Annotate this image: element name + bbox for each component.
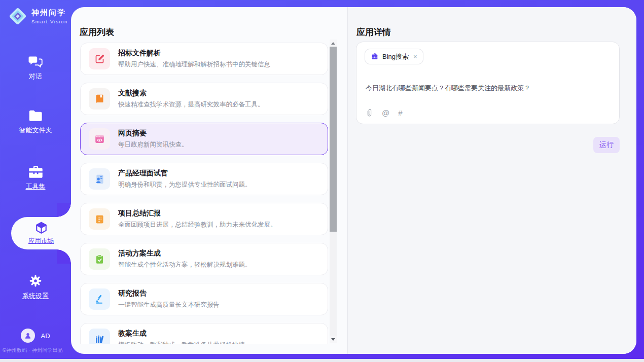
app-icon-tile xyxy=(89,288,110,310)
active-tab-notch-bottom xyxy=(57,249,71,264)
folder-icon xyxy=(28,110,43,122)
sidebar-item-label: 系统设置 xyxy=(22,292,49,301)
arrow-up-icon xyxy=(331,42,335,45)
brand-name: 神州问学 xyxy=(31,8,68,18)
mention-icon[interactable]: @ xyxy=(382,108,389,117)
app-card-activity-plan[interactable]: 活动方案生成 智能生成个性化活动方案，轻松解决规划难题。 xyxy=(80,243,328,275)
copyright-text: ©神州数码 · 神州问学出品 xyxy=(3,347,71,354)
person-icon xyxy=(23,331,32,340)
attachment-icon[interactable] xyxy=(366,108,373,117)
sidebar-item-chat[interactable]: 对话 xyxy=(0,55,71,81)
sidebar-item-toolset[interactable]: 工具集 xyxy=(0,165,71,191)
chat-icon xyxy=(28,55,43,68)
sidebar-item-label: 对话 xyxy=(29,72,42,81)
scrollbar-down-button[interactable] xyxy=(330,336,337,343)
sidebar-item-label: 应用市场 xyxy=(28,237,54,245)
app-desc: 每日政府新闻资讯快查。 xyxy=(118,140,188,149)
app-card-lesson-plan[interactable]: 教案生成 模板驱动，教案秒成，教学准备从此轻松快捷 xyxy=(80,323,328,344)
active-tab-notch-top xyxy=(57,203,71,217)
app-desc: 快速精准查找学术资源，提高研究效率的必备工具。 xyxy=(118,100,264,109)
app-desc: 一键智能生成高质量长文本研究报告 xyxy=(118,301,220,309)
app-icon-tile xyxy=(89,329,110,344)
briefcase-icon xyxy=(371,53,379,61)
app-name: 招标文件解析 xyxy=(118,49,270,58)
query-text[interactable]: 今日湖北有哪些新闻要点？有哪些需要关注的最新政策？ xyxy=(366,84,609,93)
app-icon-tile xyxy=(89,248,110,270)
app-icon-tile xyxy=(89,208,110,230)
sidebar-item-smart-folder[interactable]: 智能文件夹 xyxy=(0,110,71,135)
app-card-literature-search[interactable]: 文献搜索 快速精准查找学术资源，提高研究效率的必备工具。 xyxy=(80,83,328,115)
books-icon xyxy=(94,334,105,344)
topic-icon[interactable]: # xyxy=(398,108,402,117)
tool-chip-label: Bing搜索 xyxy=(382,52,409,61)
app-desc: 模板驱动，教案秒成，教学准备从此轻松快捷 xyxy=(118,341,245,344)
diamond-logo-icon xyxy=(8,7,27,26)
avatar xyxy=(21,329,35,343)
microscope-icon xyxy=(94,294,105,305)
book-icon xyxy=(94,94,105,104)
app-name: 网页摘要 xyxy=(118,129,188,138)
app-card-pm-interviewer[interactable]: 产品经理面试官 明确身份和职责，为您提供专业性的面试问题。 xyxy=(80,163,328,195)
app-desc: 智能生成个性化活动方案，轻松解决规划难题。 xyxy=(118,261,252,269)
sidebar-item-label: 智能文件夹 xyxy=(19,126,52,135)
app-desc: 帮助用户快速、准确地理解和解析招标书中的关键信息 xyxy=(118,60,270,69)
app-name: 活动方案生成 xyxy=(118,249,252,258)
brand-subtitle: Smart Vision xyxy=(31,19,68,24)
app-card-research-report[interactable]: 研究报告 一键智能生成高质量长文本研究报告 xyxy=(80,283,328,315)
app-card-bid-document-parse[interactable]: 招标文件解析 帮助用户快速、准确地理解和解析招标书中的关键信息 xyxy=(80,43,328,75)
app-desc: 明确身份和职责，为您提供专业性的面试问题。 xyxy=(118,180,252,189)
tool-chip-bing-search[interactable]: Bing搜索 × xyxy=(365,49,423,64)
app-list-section: 应用列表 招标文件解析 帮助用户快速、准确地理解和解析招标书中的关键信息 xyxy=(71,7,347,354)
interviewer-icon xyxy=(94,174,105,185)
app-detail-title: 应用详情 xyxy=(356,26,391,38)
app-desc: 全面回顾项目进展，总结经验教训，助力未来优化发展。 xyxy=(118,221,277,229)
sidebar-item-settings[interactable]: 系统设置 xyxy=(0,274,71,301)
user-name: AD xyxy=(41,332,50,340)
app-name: 研究报告 xyxy=(118,289,220,298)
clipboard-check-icon xyxy=(94,254,105,265)
app-name: 教案生成 xyxy=(118,329,245,338)
main-panel: 应用列表 招标文件解析 帮助用户快速、准确地理解和解析招标书中的关键信息 xyxy=(71,7,636,354)
sidebar-item-app-market-active[interactable]: 应用市场 xyxy=(11,217,71,249)
app-detail-section: 应用详情 Bing搜索 × 今日湖北有哪些新闻要点？有哪些需要关注的最新政策？ … xyxy=(348,7,636,354)
app-list-scrollbar[interactable] xyxy=(330,40,337,343)
app-name: 产品经理面试官 xyxy=(118,169,252,178)
app-card-project-summary[interactable]: 项目总结汇报 全面回顾项目进展，总结经验教训，助力未来优化发展。 xyxy=(80,203,328,235)
scrollbar-up-button[interactable] xyxy=(330,40,337,47)
app-card-web-summary[interactable]: 网页摘要 每日政府新闻资讯快查。 xyxy=(80,123,328,155)
app-icon-tile xyxy=(89,128,110,150)
browser-code-icon xyxy=(94,134,105,144)
app-name: 文献搜索 xyxy=(118,89,264,98)
note-icon xyxy=(94,214,105,225)
app-list: 招标文件解析 帮助用户快速、准确地理解和解析招标书中的关键信息 文献搜索 快速精… xyxy=(80,43,328,344)
run-button[interactable]: 运行 xyxy=(593,137,620,153)
app-icon-tile xyxy=(89,88,110,110)
gear-icon xyxy=(28,274,43,288)
app-frame: 神州问学 Smart Vision 对话 智能文件夹 工具集 应用 xyxy=(0,0,644,359)
input-toolbar: @ # xyxy=(366,108,403,117)
prompt-input-card[interactable]: Bing搜索 × 今日湖北有哪些新闻要点？有哪些需要关注的最新政策？ @ # xyxy=(356,42,620,124)
pen-square-icon xyxy=(94,54,105,64)
toolbox-icon xyxy=(28,165,44,178)
app-list-title: 应用列表 xyxy=(80,26,114,38)
brand-logo: 神州问学 Smart Vision xyxy=(8,7,68,26)
user-account[interactable]: AD xyxy=(0,329,71,343)
app-name: 项目总结汇报 xyxy=(118,209,277,218)
app-icon-tile xyxy=(89,48,110,69)
cube-icon xyxy=(34,221,48,235)
chip-close-icon[interactable]: × xyxy=(413,53,417,60)
arrow-down-icon xyxy=(331,338,335,341)
app-icon-tile xyxy=(89,168,110,190)
scrollbar-thumb[interactable] xyxy=(330,47,337,232)
sidebar-item-label: 工具集 xyxy=(26,182,46,191)
